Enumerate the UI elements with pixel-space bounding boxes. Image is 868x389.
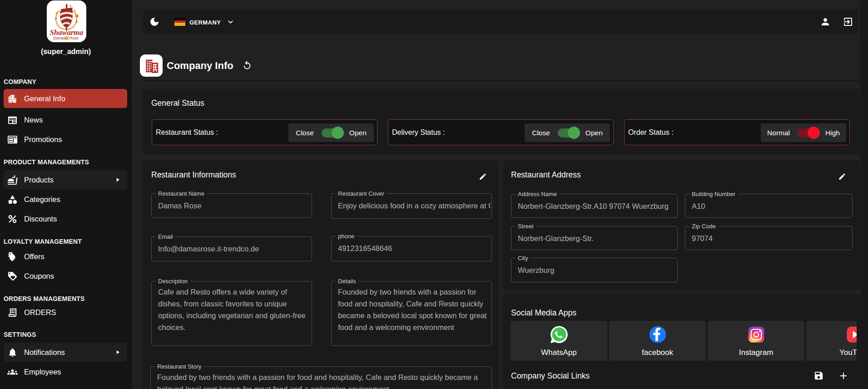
svg-text:Rose: Rose	[69, 36, 79, 40]
svg-text:Damas: Damas	[54, 36, 66, 40]
